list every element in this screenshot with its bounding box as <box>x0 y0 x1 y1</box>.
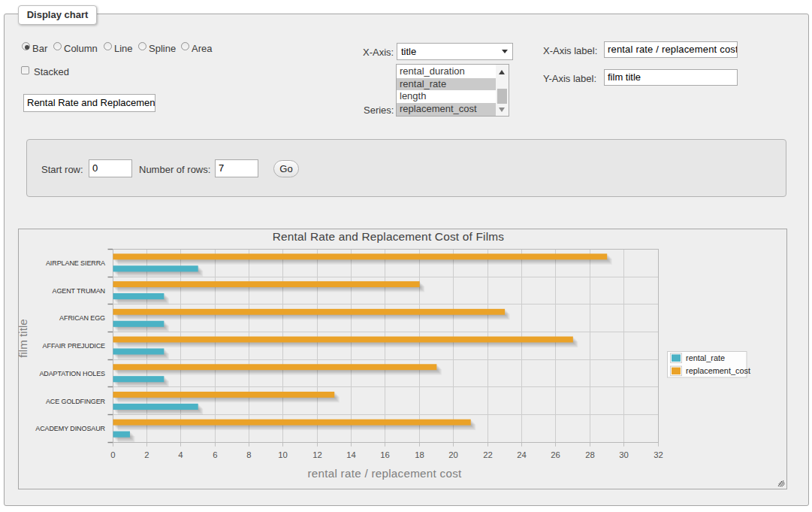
svg-text:26: 26 <box>551 450 560 459</box>
svg-text:AFFAIR PREJUDICE: AFFAIR PREJUDICE <box>43 342 106 350</box>
svg-text:6: 6 <box>213 450 217 459</box>
svg-text:12: 12 <box>312 450 322 459</box>
svg-text:ADAPTATION HOLES: ADAPTATION HOLES <box>39 370 105 377</box>
svg-text:rental_rate: rental_rate <box>686 353 725 362</box>
svg-text:Rental Rate and Replacement Co: Rental Rate and Replacement Cost of Film… <box>273 230 505 243</box>
svg-text:replacement_cost: replacement_cost <box>686 366 750 375</box>
svg-text:AFRICAN EGG: AFRICAN EGG <box>59 314 105 322</box>
svg-text:28: 28 <box>585 450 595 459</box>
svg-text:10: 10 <box>278 450 288 459</box>
svg-text:AGENT TRUMAN: AGENT TRUMAN <box>53 287 105 295</box>
svg-text:8: 8 <box>246 450 251 459</box>
svg-text:24: 24 <box>517 450 527 459</box>
svg-text:ACE GOLDFINGER: ACE GOLDFINGER <box>46 398 106 405</box>
svg-text:0: 0 <box>110 450 115 459</box>
svg-text:4: 4 <box>178 450 183 459</box>
svg-text:18: 18 <box>415 450 424 459</box>
svg-text:30: 30 <box>619 450 629 459</box>
svg-text:20: 20 <box>448 450 458 459</box>
svg-text:ACADEMY DINOSAUR: ACADEMY DINOSAUR <box>35 425 105 432</box>
svg-text:2: 2 <box>144 450 149 459</box>
svg-text:AIRPLANE SIERRA: AIRPLANE SIERRA <box>46 259 105 267</box>
svg-text:22: 22 <box>483 450 493 459</box>
svg-text:rental rate / replacement cost: rental rate / replacement cost <box>307 467 462 480</box>
svg-text:14: 14 <box>346 450 356 459</box>
svg-text:32: 32 <box>654 450 663 459</box>
svg-text:film title: film title <box>18 319 29 357</box>
svg-text:16: 16 <box>380 450 390 459</box>
